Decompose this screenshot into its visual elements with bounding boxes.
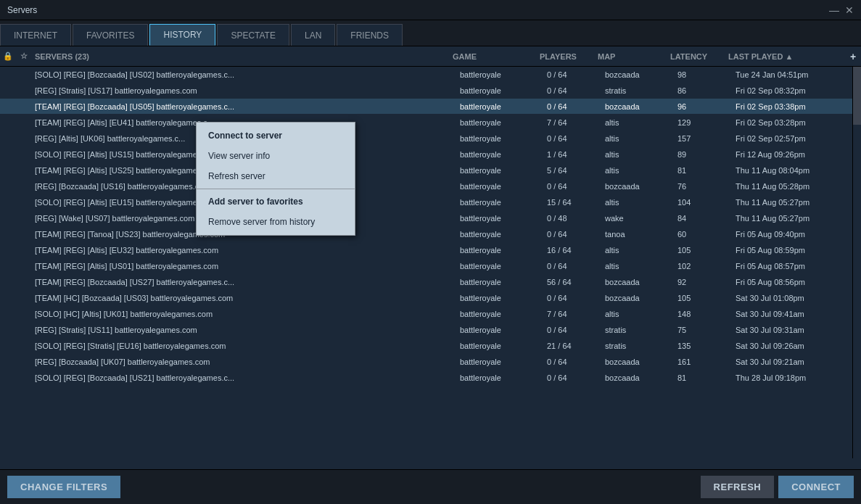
minimize-button[interactable]: — [829, 5, 839, 15]
server-name: [REG] [Stratis] [US17] battleroyalegames… [32, 86, 457, 95]
server-lastplayed: Fri 12 Aug 09:26pm [733, 150, 852, 159]
server-map: altis [602, 246, 675, 255]
server-name: [SOLO] [HC] [Altis] [UK01] battleroyaleg… [32, 310, 457, 318]
col-add-header[interactable]: + [845, 51, 861, 62]
col-map-header[interactable]: MAP [595, 52, 667, 61]
server-map: bozcaada [602, 102, 675, 111]
context-menu-view-info[interactable]: View server info [197, 146, 355, 166]
server-name: [SOLO] [REG] [Stratis] [EU16] battleroya… [32, 342, 457, 350]
window-title: Servers [7, 5, 37, 15]
server-row[interactable]: [REG] [Wake] [US07] battleroyalegames.co… [0, 210, 861, 226]
server-row[interactable]: [TEAM] [HC] [Bozcaada] [US03] battleroya… [0, 290, 861, 306]
col-latency-header[interactable]: LATENCY [667, 52, 725, 61]
server-row[interactable]: [REG] [Bozcaada] [UK07] battleroyalegame… [0, 354, 861, 370]
server-map: altis [602, 198, 675, 207]
server-lastplayed: Sat 30 Jul 01:08pm [733, 294, 852, 302]
server-map: altis [602, 310, 675, 318]
server-row[interactable]: [TEAM] [REG] [Altis] [EU32] battleroyale… [0, 242, 861, 258]
server-players: 0 / 64 [544, 86, 602, 95]
server-latency: 105 [675, 294, 733, 302]
server-lastplayed: Fri 05 Aug 08:59pm [733, 246, 852, 255]
server-lastplayed: Fri 02 Sep 03:38pm [733, 102, 852, 111]
server-row[interactable]: [SOLO] [REG] [Bozcaada] [US02] battleroy… [0, 67, 861, 83]
server-row[interactable]: [SOLO] [REG] [Altis] [US15] battleroyale… [0, 146, 861, 162]
server-row[interactable]: [SOLO] [REG] [Stratis] [EU16] battleroya… [0, 338, 861, 354]
server-game: battleroyale [457, 86, 544, 95]
server-map: tanoa [602, 230, 675, 239]
server-lastplayed: Thu 11 Aug 05:27pm [733, 214, 852, 223]
server-players: 0 / 64 [544, 358, 602, 366]
server-name: [TEAM] [REG] [Altis] [US01] battleroyale… [32, 262, 457, 270]
server-row[interactable]: [TEAM] [REG] [Altis] [EU41] battleroyale… [0, 115, 861, 131]
col-players-header[interactable]: PLAYERS [537, 52, 595, 61]
server-row[interactable]: [SOLO] [REG] [Altis] [EU15] battleroyale… [0, 194, 861, 210]
tab-history[interactable]: HISTORY [149, 24, 215, 46]
server-latency: 104 [675, 198, 733, 207]
close-button[interactable]: ✕ [845, 5, 854, 15]
col-game-header[interactable]: GAME [450, 52, 537, 61]
server-latency: 105 [675, 246, 733, 255]
server-row[interactable]: [REG] [Bozcaada] [US16] battleroyalegame… [0, 178, 861, 194]
server-game: battleroyale [457, 230, 544, 239]
server-row[interactable]: [REG] [Altis] [UK06] battleroyalegames.c… [0, 131, 861, 146]
server-lastplayed: Tue 24 Jan 04:51pm [733, 70, 852, 79]
server-lastplayed: Thu 11 Aug 05:27pm [733, 198, 852, 207]
server-row[interactable]: [TEAM] [REG] [Altis] [US25] battleroyale… [0, 162, 861, 178]
server-lastplayed: Sat 30 Jul 09:41am [733, 310, 852, 318]
title-bar: Servers — ✕ [0, 0, 861, 20]
server-game: battleroyale [457, 214, 544, 223]
server-game: battleroyale [457, 326, 544, 334]
server-latency: 86 [675, 86, 733, 95]
server-row[interactable]: [SOLO] [REG] [Bozcaada] [US21] battleroy… [0, 370, 861, 386]
server-row[interactable]: [REG] [Stratis] [US11] battleroyalegames… [0, 322, 861, 338]
tab-favorites[interactable]: FAVORITES [73, 24, 148, 46]
server-name: [SOLO] [REG] [Bozcaada] [US02] battleroy… [32, 70, 457, 79]
server-name: [TEAM] [REG] [Bozcaada] [US05] battleroy… [32, 102, 457, 111]
server-lastplayed: Thu 11 Aug 05:28pm [733, 182, 852, 191]
server-game: battleroyale [457, 342, 544, 350]
server-latency: 157 [675, 134, 733, 143]
refresh-button[interactable]: REFRESH [701, 476, 775, 498]
server-latency: 75 [675, 326, 733, 334]
server-game: battleroyale [457, 294, 544, 302]
bottom-right-buttons: REFRESH CONNECT [701, 476, 854, 498]
context-menu-refresh[interactable]: Refresh server [197, 166, 355, 186]
context-menu-remove-history[interactable]: Remove server from history [197, 212, 355, 232]
server-game: battleroyale [457, 198, 544, 207]
server-game: battleroyale [457, 118, 544, 127]
tab-lan[interactable]: LAN [291, 24, 335, 46]
col-fav-header[interactable]: ☆ [16, 51, 32, 61]
server-lastplayed: Fri 02 Sep 03:28pm [733, 118, 852, 127]
server-players: 7 / 64 [544, 310, 602, 318]
tab-internet[interactable]: INTERNET [0, 24, 71, 46]
server-row[interactable]: [SOLO] [HC] [Altis] [UK01] battleroyaleg… [0, 306, 861, 322]
title-bar-controls: — ✕ [829, 5, 854, 15]
col-lock-header[interactable]: 🔒 [0, 51, 16, 61]
server-row[interactable]: [TEAM] [REG] [Bozcaada] [US27] battleroy… [0, 274, 861, 290]
change-filters-button[interactable]: CHANGE FILTERS [7, 476, 120, 498]
connect-button[interactable]: CONNECT [778, 476, 854, 498]
server-latency: 60 [675, 230, 733, 239]
tab-spectate[interactable]: SPECTATE [217, 24, 289, 46]
server-players: 0 / 64 [544, 102, 602, 111]
server-map: bozcaada [602, 358, 675, 366]
server-latency: 81 [675, 166, 733, 175]
server-map: bozcaada [602, 294, 675, 302]
server-players: 0 / 64 [544, 262, 602, 270]
col-server-header[interactable]: SERVERS (23) [32, 52, 450, 61]
server-game: battleroyale [457, 150, 544, 159]
server-row[interactable]: [TEAM] [REG] [Tanoa] [US23] battleroyale… [0, 226, 861, 242]
scrollbar[interactable] [852, 67, 861, 458]
server-lastplayed: Fri 02 Sep 02:57pm [733, 134, 852, 143]
scrollbar-thumb[interactable] [853, 67, 861, 125]
server-row[interactable]: [TEAM] [REG] [Bozcaada] [US05] battleroy… [0, 99, 861, 115]
tab-friends[interactable]: FRIENDS [337, 24, 403, 46]
server-row[interactable]: [TEAM] [REG] [Altis] [US01] battleroyale… [0, 258, 861, 274]
col-lastplayed-header[interactable]: LAST PLAYED ▲ [725, 52, 845, 61]
server-lastplayed: Fri 05 Aug 08:56pm [733, 278, 852, 286]
server-row[interactable]: [REG] [Stratis] [US17] battleroyalegames… [0, 83, 861, 99]
server-map: bozcaada [602, 182, 675, 191]
server-players: 1 / 64 [544, 150, 602, 159]
context-menu-connect[interactable]: Connect to server [197, 125, 355, 146]
context-menu-add-favorites[interactable]: Add server to favorites [197, 191, 355, 212]
